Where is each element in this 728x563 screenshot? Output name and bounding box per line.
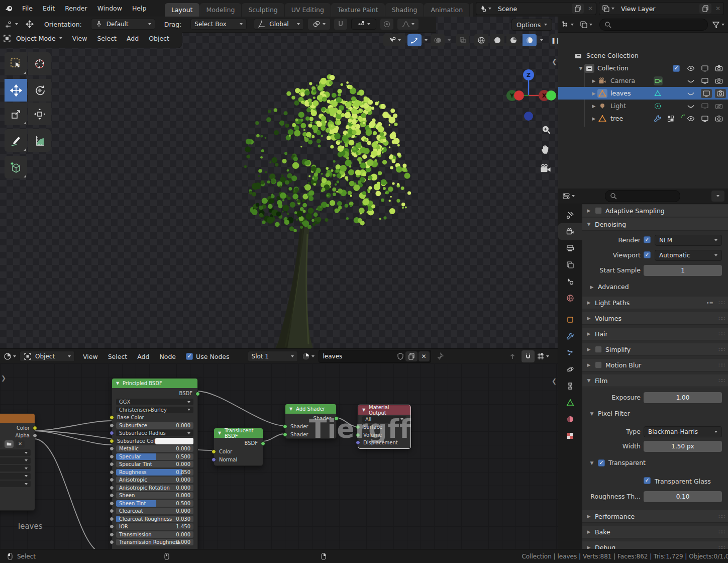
shading-material-icon[interactable]	[506, 34, 521, 46]
shader-menu-node[interactable]: Node	[154, 353, 181, 360]
camera-off-icon[interactable]	[715, 102, 723, 110]
input-socket[interactable]	[110, 470, 114, 475]
eye-icon[interactable]	[687, 115, 695, 123]
monitor-dim-icon[interactable]	[701, 102, 709, 110]
scene-icon[interactable]	[476, 5, 494, 13]
properties-tab-particles[interactable]	[558, 344, 582, 361]
pan-view-hand-icon[interactable]	[541, 144, 552, 155]
param-ior[interactable]: IOR1.450	[116, 523, 193, 530]
panel-grip[interactable]: ∷∷	[718, 378, 724, 384]
input-socket[interactable]	[110, 540, 114, 544]
collection-icon[interactable]	[574, 52, 582, 60]
translucent-normal-socket[interactable]	[212, 457, 216, 462]
panel-disclosure[interactable]: ▶	[586, 208, 591, 213]
prop-dropdown[interactable]: Blackman-Harris	[644, 426, 722, 437]
panel-presets-icon[interactable]: •≡	[706, 300, 713, 306]
tool-select-box[interactable]	[5, 52, 27, 75]
parent-node-tree-icon[interactable]	[508, 352, 516, 360]
camera-icon[interactable]	[715, 89, 726, 98]
image-texture-header[interactable]: ▼	[0, 414, 35, 423]
input-socket[interactable]	[110, 462, 114, 466]
shader-menu-select[interactable]: Select	[103, 353, 133, 360]
properties-tab-scene[interactable]	[558, 273, 582, 290]
fake-user-shield-icon[interactable]	[396, 352, 404, 360]
principled-bsdf-node[interactable]: ▼Principled BSDF BSDF GGX Christensen-Bu…	[112, 378, 198, 549]
monitor-icon[interactable]	[701, 64, 709, 72]
input-socket[interactable]	[110, 532, 114, 537]
input-socket[interactable]	[110, 478, 114, 482]
outliner-row-camera[interactable]: ▶Camera	[558, 74, 728, 87]
tool-add-cube[interactable]	[5, 156, 27, 178]
subpanel-pixel-filter[interactable]: ▼Pixel Filter	[589, 410, 630, 417]
pin-icon[interactable]	[436, 352, 444, 360]
panel-disclosure[interactable]: ▼	[586, 378, 591, 383]
menu-window[interactable]: Window	[92, 5, 127, 12]
eye-closed-icon[interactable]	[687, 89, 695, 98]
camera-icon[interactable]	[715, 64, 723, 72]
properties-tab-physics[interactable]	[558, 361, 582, 378]
panel-grip[interactable]: ∷∷	[718, 544, 724, 549]
prop-dropdown-automatic[interactable]: Automatic	[655, 250, 722, 261]
panel-disclosure[interactable]: ▼	[586, 222, 591, 227]
subpanel-disclosure[interactable]: ▼	[589, 411, 594, 416]
param-specular[interactable]: Specular0.500	[116, 453, 193, 460]
param-transmission-roughness[interactable]: Transmission Roughness0.000	[116, 539, 193, 545]
unlink-material-button[interactable]: ✕	[419, 351, 430, 361]
new-view-layer-button[interactable]	[699, 4, 711, 14]
param-base-color[interactable]: Base Color	[116, 414, 193, 421]
properties-tab-tool[interactable]	[558, 207, 582, 223]
panel-grip[interactable]: ∷∷	[718, 362, 724, 368]
image-open-folder-icon[interactable]	[5, 440, 14, 448]
tab-shading[interactable]: Shading	[385, 3, 424, 17]
subpanel-disclosure[interactable]: ▼	[589, 460, 594, 465]
input-socket[interactable]	[110, 486, 114, 490]
slot-dropdown[interactable]: Slot 1	[248, 351, 298, 362]
menu-help[interactable]: Help	[127, 5, 152, 12]
light-obj-icon[interactable]	[598, 102, 606, 110]
properties-tab-texture[interactable]	[558, 427, 582, 444]
orientation-dropdown[interactable]: Default	[91, 19, 155, 30]
mesh-icon[interactable]	[598, 89, 606, 98]
node-snap-magnet-icon[interactable]	[522, 350, 535, 362]
param-clearcoat[interactable]: Clearcoat0.000	[116, 508, 193, 514]
tool-rotate[interactable]	[28, 79, 51, 102]
input-socket[interactable]	[110, 493, 114, 498]
outliner-row-tree[interactable]: ▶tree	[558, 112, 728, 125]
panel-disclosure[interactable]: ▶	[586, 529, 591, 534]
param-slider[interactable]: Clearcoat0.000	[116, 508, 193, 514]
camera-data-icon[interactable]	[654, 76, 663, 85]
color-swatch[interactable]	[155, 438, 193, 444]
active-tool-icon[interactable]	[3, 20, 20, 28]
overlays-toggle-icon[interactable]	[431, 34, 445, 46]
tab-texture-paint[interactable]: Texture Paint	[331, 3, 385, 17]
menu-file[interactable]: File	[17, 5, 38, 12]
panel-grip[interactable]: ∷∷	[718, 513, 724, 520]
overlays-dropdown-caret[interactable]	[448, 39, 451, 41]
viewport-3d[interactable]: Orientation: Default Drag: Select Box Gl…	[0, 17, 558, 348]
eye-icon[interactable]	[687, 64, 695, 72]
copy-material-button[interactable]	[405, 351, 418, 361]
panel-grip[interactable]: ∷∷	[718, 529, 724, 535]
remove-view-layer-button[interactable]: ✕	[712, 5, 723, 12]
translucent-header[interactable]: ▼Translucent BSDF	[214, 428, 263, 438]
use-nodes-checkbox[interactable]	[186, 353, 193, 360]
image-dropdown-3[interactable]	[0, 465, 31, 472]
outliner-row-light[interactable]: ▶Light	[558, 100, 728, 112]
input-socket[interactable]	[110, 501, 114, 506]
add-shader-input2-socket[interactable]	[283, 432, 287, 437]
translucent-bsdf-node[interactable]: ▼Translucent BSDF BSDF Color Normal	[214, 428, 263, 466]
prop-slider[interactable]: 0.10	[644, 491, 722, 502]
panel-disclosure[interactable]: ▶	[586, 362, 591, 367]
param-subsurface-color[interactable]: Subsurface Color	[116, 438, 193, 444]
panel-volumes[interactable]: ▶Volumes∷∷	[582, 312, 728, 325]
viewport-menu-object[interactable]: Object	[144, 35, 174, 42]
gizmos-toggle-icon[interactable]	[407, 34, 422, 46]
input-socket[interactable]	[110, 517, 114, 521]
material-browse-dropdown[interactable]	[298, 352, 319, 360]
outliner-row-collection[interactable]: ▼Collection	[558, 62, 728, 74]
shading-rendered-icon[interactable]	[523, 34, 537, 46]
menu-edit[interactable]: Edit	[38, 5, 60, 12]
unlink-scene-button[interactable]: ✕	[585, 5, 596, 12]
panel-disclosure[interactable]: ▶	[586, 514, 591, 519]
bsdf-output-socket[interactable]	[195, 392, 200, 396]
